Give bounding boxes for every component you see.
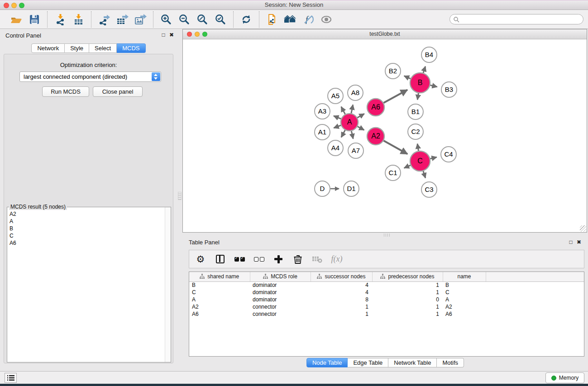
- optimization-criterion-select[interactable]: largest connected component (directed): [19, 71, 161, 82]
- function-builder-icon[interactable]: f(x): [331, 253, 343, 265]
- search-input[interactable]: [462, 16, 583, 23]
- edge-A-A4[interactable]: [341, 130, 345, 138]
- zoom-selected-icon[interactable]: [214, 13, 227, 26]
- result-list-item[interactable]: B: [10, 225, 165, 232]
- vertical-splitter-grip[interactable]: [178, 192, 182, 200]
- add-column-icon[interactable]: [272, 253, 284, 265]
- edge-A6-B[interactable]: [384, 90, 407, 103]
- delete-column-icon[interactable]: [292, 253, 304, 265]
- edge-A-A5[interactable]: [341, 107, 345, 114]
- table-cell[interactable]: 1: [372, 310, 443, 318]
- save-icon[interactable]: [28, 13, 41, 26]
- edge-A-A7[interactable]: [351, 131, 353, 139]
- network-graph[interactable]: AA1A2A3A4A5A6A7A8BB1B2B3B4CC1C2C3C4DD1: [183, 39, 587, 232]
- table-cell[interactable]: dominator: [250, 281, 311, 289]
- tab-network[interactable]: Network: [31, 43, 65, 53]
- table-cell[interactable]: B: [189, 281, 250, 289]
- table-row[interactable]: Bdominator41B: [189, 281, 584, 289]
- settings-gear-icon[interactable]: ⚙: [195, 253, 206, 265]
- table-cell[interactable]: 1: [372, 281, 443, 289]
- zoom-in-icon[interactable]: [159, 13, 173, 26]
- table-cell[interactable]: dominator: [250, 289, 311, 296]
- edge-B-B2[interactable]: [404, 76, 411, 79]
- export-table-icon[interactable]: [115, 13, 129, 26]
- edge-C-C2[interactable]: [417, 144, 418, 151]
- edge-A2-C[interactable]: [383, 141, 407, 154]
- table-cell[interactable]: A6: [189, 310, 250, 318]
- home-icon[interactable]: [283, 13, 297, 26]
- edge-B-B1[interactable]: [417, 93, 418, 100]
- table-cell[interactable]: dominator: [250, 296, 311, 303]
- edge-A-A8[interactable]: [351, 105, 353, 113]
- table-cell[interactable]: A2: [443, 303, 486, 310]
- edge-B-B4[interactable]: [423, 67, 425, 73]
- eye-icon[interactable]: [320, 13, 333, 26]
- edge-A-A6[interactable]: [357, 114, 364, 118]
- tab-style[interactable]: Style: [65, 43, 89, 53]
- minimize-traffic-light[interactable]: [11, 3, 17, 8]
- open-folder-icon[interactable]: [10, 13, 23, 26]
- table-cell[interactable]: A: [189, 296, 250, 303]
- zoom-fit-icon[interactable]: [196, 13, 209, 26]
- tab-network-table[interactable]: Network Table: [388, 358, 437, 367]
- table-cell[interactable]: C: [443, 289, 486, 296]
- column-header-name[interactable]: name: [443, 272, 486, 281]
- memory-button[interactable]: Memory: [545, 372, 584, 383]
- task-history-button[interactable]: [5, 373, 17, 383]
- table-cell[interactable]: connector: [250, 310, 311, 318]
- table-cell[interactable]: 1: [311, 310, 372, 318]
- table-row[interactable]: Adominator80A: [189, 296, 584, 303]
- column-header-predecessor-nodes[interactable]: predecessor nodes: [372, 272, 443, 281]
- table-cell[interactable]: C: [189, 289, 250, 296]
- table-row[interactable]: A6connector11A6: [189, 310, 584, 318]
- table-cell[interactable]: 4: [311, 281, 372, 289]
- edge-A-A1[interactable]: [334, 125, 341, 128]
- float-panel-icon[interactable]: □: [567, 239, 574, 245]
- table-cell[interactable]: B: [443, 281, 486, 289]
- horizontal-splitter-grip[interactable]: [382, 234, 391, 237]
- table-row[interactable]: Cdominator41C: [189, 289, 584, 296]
- zoom-out-icon[interactable]: [177, 13, 191, 26]
- column-header-MCDS-role[interactable]: MCDS role: [250, 272, 311, 281]
- table-cell[interactable]: A2: [189, 303, 250, 310]
- table-cell[interactable]: 0: [372, 296, 443, 303]
- table-cell[interactable]: A6: [443, 310, 486, 318]
- import-network-icon[interactable]: [53, 13, 67, 26]
- result-list-item[interactable]: A6: [10, 239, 165, 247]
- result-list-item[interactable]: A2: [10, 210, 165, 218]
- search-field[interactable]: [449, 14, 583, 24]
- maximize-traffic-light[interactable]: [19, 3, 24, 8]
- column-header-successor-nodes[interactable]: successor nodes: [311, 272, 372, 281]
- table-cell[interactable]: 1: [372, 289, 443, 296]
- close-traffic-light[interactable]: [187, 32, 192, 37]
- edge-B-B3[interactable]: [430, 85, 437, 87]
- tab-select[interactable]: Select: [89, 43, 117, 53]
- export-image-icon[interactable]: [134, 13, 147, 26]
- table-cell[interactable]: 1: [372, 303, 443, 310]
- edge-C-C4[interactable]: [430, 157, 436, 158]
- result-list-item[interactable]: A: [10, 218, 165, 225]
- export-network-icon[interactable]: [97, 13, 111, 26]
- select-all-checkboxes-icon[interactable]: [234, 253, 245, 265]
- maximize-traffic-light[interactable]: [202, 32, 207, 37]
- table-cell[interactable]: 8: [311, 296, 372, 303]
- float-panel-icon[interactable]: □: [160, 32, 167, 38]
- minimize-traffic-light[interactable]: [195, 32, 200, 37]
- run-mcds-button[interactable]: Run MCDS: [42, 86, 89, 97]
- result-list-item[interactable]: C: [10, 232, 165, 239]
- close-panel-button[interactable]: Close panel: [93, 86, 143, 97]
- table-cell[interactable]: connector: [250, 303, 311, 310]
- table-row[interactable]: A2connector11A2: [189, 303, 584, 310]
- delete-table-icon[interactable]: [311, 253, 323, 265]
- table-cell[interactable]: 1: [311, 303, 372, 310]
- tab-node-table[interactable]: Node Table: [306, 358, 348, 367]
- edge-A-A2[interactable]: [358, 126, 364, 130]
- refresh-icon[interactable]: [239, 13, 253, 26]
- import-table-icon[interactable]: [72, 13, 85, 26]
- result-scrollbar[interactable]: [165, 207, 171, 362]
- window-resize-grip[interactable]: [580, 225, 586, 232]
- hide-labels-icon[interactable]: f: [301, 13, 315, 26]
- column-header-shared-name[interactable]: shared name: [189, 272, 250, 281]
- tab-motifs[interactable]: Motifs: [437, 358, 464, 367]
- column-layout-icon[interactable]: [214, 253, 226, 265]
